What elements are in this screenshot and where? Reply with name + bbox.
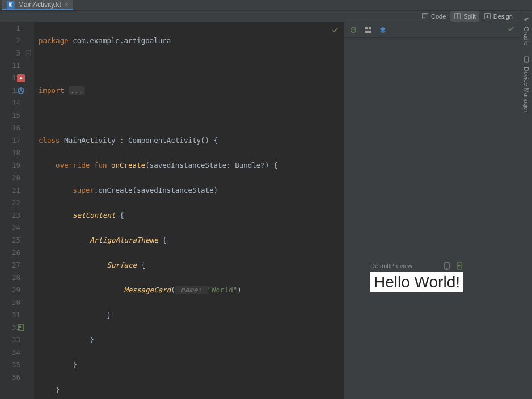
mode-design-label: Design — [493, 13, 513, 20]
interactive-preview-icon[interactable] — [443, 262, 451, 270]
split-mode-icon — [454, 12, 461, 20]
line-number: 20 — [12, 173, 20, 182]
code-mode-icon — [421, 12, 429, 20]
line-number: 3 — [16, 49, 20, 57]
line-number: 11 — [12, 61, 20, 70]
line-number: 29 — [12, 286, 20, 294]
line-number: 23 — [12, 211, 20, 219]
preview-render: Hello World! — [370, 272, 463, 292]
override-gutter-icon[interactable] — [17, 87, 25, 95]
mode-split[interactable]: Split — [450, 11, 479, 22]
gradle-icon — [522, 15, 530, 23]
line-number: 36 — [12, 373, 20, 381]
main-area: Code Split Design 1 2 3 — [0, 11, 520, 399]
mode-split-label: Split — [463, 13, 475, 20]
kotlin-file-icon — [7, 1, 15, 9]
preview-item[interactable]: DefaultPreview Hello World! — [370, 262, 463, 292]
file-tab-mainactivity[interactable]: MainActivity.kt × — [2, 0, 73, 10]
device-manager-tool-window[interactable]: Device Manager — [522, 56, 530, 112]
design-mode-icon — [484, 12, 491, 20]
line-number: 17 — [12, 136, 20, 145]
refresh-icon[interactable] — [349, 26, 358, 35]
deploy-preview-icon[interactable] — [455, 262, 463, 270]
code-area[interactable]: package com.example.artigoalura import .… — [34, 22, 344, 399]
device-manager-icon — [522, 56, 530, 63]
preview-panel: DefaultPreview Hello World! — [344, 22, 520, 399]
line-number: 26 — [12, 248, 20, 257]
line-number: 2 — [16, 36, 20, 45]
svg-point-27 — [526, 61, 527, 62]
line-number: 25 — [12, 236, 20, 244]
line-number: 22 — [12, 198, 20, 207]
line-number: 18 — [12, 148, 20, 157]
device-manager-label: Device Manager — [523, 67, 530, 112]
line-number: 27 — [12, 261, 20, 269]
split-container: 1 2 3 11 12 13 14 15 16 17 1 — [0, 22, 520, 399]
preview-label: DefaultPreview — [370, 262, 412, 269]
line-number: 30 — [12, 298, 20, 307]
preview-ok-icon[interactable] — [507, 25, 515, 35]
preview-canvas[interactable]: DefaultPreview Hello World! — [344, 38, 520, 399]
svg-rect-19 — [365, 30, 371, 32]
preview-item-header: DefaultPreview — [370, 262, 463, 270]
close-tab-icon[interactable]: × — [65, 0, 69, 9]
layers-icon[interactable] — [378, 26, 387, 35]
preview-gutter-icon[interactable] — [17, 324, 25, 332]
line-number: 34 — [12, 348, 20, 356]
line-number: 14 — [12, 99, 20, 107]
line-number: 35 — [12, 360, 20, 369]
svg-marker-21 — [380, 29, 386, 33]
preview-toolbar — [344, 22, 520, 38]
mode-code-label: Code — [431, 13, 446, 20]
fold-plus-icon[interactable] — [26, 51, 31, 56]
svg-point-23 — [446, 268, 447, 269]
line-number: 16 — [12, 124, 20, 132]
mode-code[interactable]: Code — [418, 11, 449, 22]
view-mode-bar: Code Split Design — [0, 11, 520, 22]
layout-bounds-icon[interactable] — [364, 26, 373, 35]
line-number: 28 — [12, 273, 20, 282]
line-number: 31 — [12, 311, 20, 319]
svg-rect-16 — [19, 326, 21, 328]
inspection-ok-icon[interactable] — [331, 26, 339, 38]
svg-marker-25 — [458, 265, 461, 267]
gradle-label: Gradle — [523, 27, 530, 45]
line-number: 15 — [12, 111, 20, 120]
editor-tab-bar: MainActivity.kt × — [0, 0, 532, 11]
svg-rect-18 — [369, 27, 371, 29]
gradle-tool-window[interactable]: Gradle — [522, 15, 530, 45]
run-gutter-icon[interactable] — [17, 74, 25, 82]
file-tab-label: MainActivity.kt — [18, 1, 61, 9]
svg-marker-8 — [486, 15, 489, 18]
line-number: 19 — [12, 161, 20, 169]
mode-design[interactable]: Design — [480, 11, 516, 22]
workspace: Code Split Design 1 2 3 — [0, 11, 532, 399]
svg-rect-17 — [365, 27, 368, 29]
right-tool-strip: Gradle Device Manager — [520, 11, 532, 399]
line-number: 1 — [16, 24, 20, 32]
code-editor[interactable]: 1 2 3 11 12 13 14 15 16 17 1 — [0, 22, 344, 399]
line-number: 24 — [12, 223, 20, 232]
line-number: 33 — [12, 336, 20, 344]
line-number: 21 — [12, 186, 20, 194]
gutter[interactable]: 1 2 3 11 12 13 14 15 16 17 1 — [0, 22, 34, 399]
